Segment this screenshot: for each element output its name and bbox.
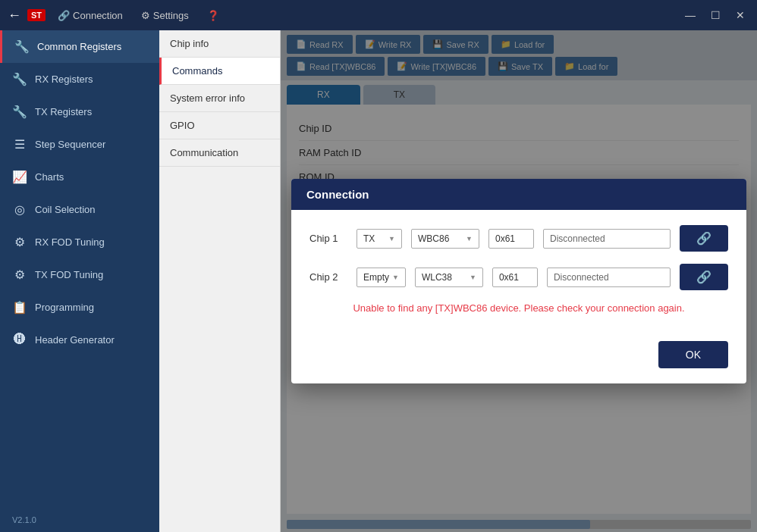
chip1-status: Disconnected <box>543 229 671 249</box>
chip2-type-select[interactable]: Empty ▼ <box>357 268 406 287</box>
submenu-panel: Chip info Commands System error info GPI… <box>159 30 281 532</box>
gear-icon-tx: ⚙ <box>12 268 27 282</box>
back-button[interactable]: ← <box>8 8 21 23</box>
nav-settings[interactable]: ⚙ Settings <box>135 7 195 24</box>
version-label: V2.1.0 <box>0 508 159 532</box>
chip1-type-select[interactable]: TX ▼ <box>357 229 402 249</box>
sidebar-item-common-registers[interactable]: 🔧 Common Registers <box>0 30 159 63</box>
programming-icon: 📋 <box>12 300 27 315</box>
gear-icon-rx: ⚙ <box>12 235 27 249</box>
submenu-system-error-info[interactable]: System error info <box>159 85 280 112</box>
sidebar-item-programming[interactable]: 📋 Programming <box>0 291 159 324</box>
modal-body: Chip 1 TX ▼ WBC86 ▼ 0x61 Disconnected 🔗 <box>291 210 746 341</box>
chip1-label: Chip 1 <box>309 233 347 244</box>
chip2-address[interactable]: 0x61 <box>492 268 538 287</box>
error-message: Unable to find any [TX]WBC86 device. Ple… <box>309 302 728 314</box>
sidebar-item-tx-fod-tuning[interactable]: ⚙ TX FOD Tuning <box>0 258 159 291</box>
titlebar: ← ST 🔗 Connection ⚙ Settings ❓ — ☐ ✕ <box>0 0 757 30</box>
app-body: 🔧 Common Registers 🔧 RX Registers 🔧 TX R… <box>0 30 757 532</box>
sidebar-item-tx-registers[interactable]: 🔧 TX Registers <box>0 95 159 128</box>
connection-icon: 🔗 <box>58 10 70 21</box>
sidebar-item-rx-registers[interactable]: 🔧 RX Registers <box>0 63 159 95</box>
link-icon: 🔗 <box>696 231 711 246</box>
chip2-model-select[interactable]: WLC38 ▼ <box>415 268 483 287</box>
coil-icon: ◎ <box>12 202 27 217</box>
nav-help[interactable]: ❓ <box>201 7 225 24</box>
titlebar-controls: — ☐ ✕ <box>680 8 749 23</box>
chevron-down-icon: ▼ <box>466 235 473 243</box>
chip1-model-select[interactable]: WBC86 ▼ <box>411 229 479 249</box>
chevron-down-icon: ▼ <box>392 274 399 281</box>
chip1-address[interactable]: 0x61 <box>488 229 534 249</box>
modal-header: Connection <box>291 179 746 210</box>
submenu-communication[interactable]: Communication <box>159 139 280 167</box>
list-icon: ☰ <box>12 137 27 152</box>
nav-connection[interactable]: 🔗 Connection <box>52 7 129 24</box>
chip2-row: Chip 2 Empty ▼ WLC38 ▼ 0x61 Disconnected <box>309 264 728 290</box>
chip2-status: Disconnected <box>547 268 671 287</box>
wrench-icon-tx: 🔧 <box>12 105 27 119</box>
main-content: 📄 Read RX 📝 Write RX 💾 Save RX 📁 Load fo… <box>281 30 757 532</box>
chip2-connect-button[interactable]: 🔗 <box>680 264 728 290</box>
close-button[interactable]: ✕ <box>731 8 749 23</box>
wrench-icon: 🔧 <box>14 39 30 54</box>
modal-footer: OK <box>291 341 746 383</box>
chevron-down-icon: ▼ <box>470 274 476 281</box>
sidebar-item-header-generator[interactable]: 🅗 Header Generator <box>0 324 159 355</box>
sidebar-item-charts[interactable]: 📈 Charts <box>0 161 159 193</box>
submenu-chip-info[interactable]: Chip info <box>159 30 280 58</box>
titlebar-left: ← ST 🔗 Connection ⚙ Settings ❓ <box>8 7 680 24</box>
chip2-label: Chip 2 <box>309 271 347 283</box>
sidebar: 🔧 Common Registers 🔧 RX Registers 🔧 TX R… <box>0 30 159 532</box>
sidebar-item-rx-fod-tuning[interactable]: ⚙ RX FOD Tuning <box>0 226 159 258</box>
link-icon-2: 🔗 <box>696 270 711 284</box>
header-icon: 🅗 <box>12 333 27 346</box>
submenu-gpio[interactable]: GPIO <box>159 112 280 139</box>
minimize-button[interactable]: — <box>680 8 700 23</box>
chart-icon: 📈 <box>12 170 27 184</box>
sidebar-item-coil-selection[interactable]: ◎ Coil Selection <box>0 193 159 226</box>
help-icon: ❓ <box>207 10 219 21</box>
sidebar-item-step-sequencer[interactable]: ☰ Step Sequencer <box>0 128 159 161</box>
st-logo: ST <box>27 9 46 21</box>
wrench-icon-rx: 🔧 <box>12 72 27 86</box>
chip1-row: Chip 1 TX ▼ WBC86 ▼ 0x61 Disconnected 🔗 <box>309 225 728 252</box>
maximize-button[interactable]: ☐ <box>706 8 725 23</box>
chevron-down-icon: ▼ <box>388 235 395 243</box>
submenu-commands[interactable]: Commands <box>159 58 280 85</box>
modal-overlay: Connection Chip 1 TX ▼ WBC86 ▼ <box>281 30 757 532</box>
ok-button[interactable]: OK <box>658 341 728 368</box>
settings-icon: ⚙ <box>141 10 150 21</box>
chip1-connect-button[interactable]: 🔗 <box>680 225 728 252</box>
connection-modal: Connection Chip 1 TX ▼ WBC86 ▼ <box>291 179 746 383</box>
